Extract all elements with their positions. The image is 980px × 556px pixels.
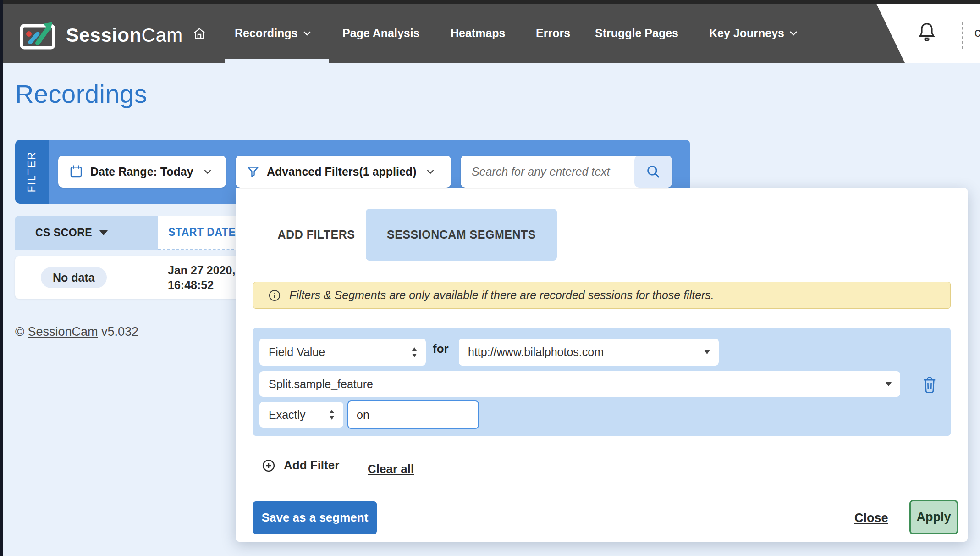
window-left-edge: [0, 0, 3, 556]
select-spinner-icon: [329, 409, 335, 421]
circle-plus-icon: [262, 459, 275, 473]
info-icon: [268, 289, 281, 302]
nav-item-label: Heatmaps: [451, 27, 506, 40]
field-name-select[interactable]: Split.sample_feature: [259, 371, 900, 397]
apply-button[interactable]: Apply: [909, 500, 958, 534]
chevron-down-icon: [789, 30, 798, 37]
filter-value-input[interactable]: [347, 400, 479, 429]
advanced-filters-button[interactable]: Advanced Filters(1 applied): [236, 156, 451, 188]
tab-sessioncam-segments[interactable]: SESSIONCAM SEGMENTS: [366, 209, 557, 261]
delete-filter-button[interactable]: [920, 376, 939, 394]
operator-value: Exactly: [269, 408, 306, 422]
nav-item-errors[interactable]: Errors: [536, 4, 570, 63]
sessioncam-logo-icon: [20, 20, 60, 50]
footer-version: v5.032: [101, 325, 138, 339]
column-header-cs-score[interactable]: CS SCORE: [15, 216, 158, 250]
search-icon: [645, 164, 661, 179]
search-box: [461, 156, 672, 188]
nav-home[interactable]: [193, 4, 206, 63]
date-range-button[interactable]: Date Range: Today: [58, 156, 226, 188]
field-name-value: Split.sample_feature: [269, 378, 373, 391]
date-range-label: Date Range: Today: [90, 165, 193, 178]
page-title: Recordings: [15, 79, 147, 109]
filter-tab-label: FILTER: [26, 151, 38, 193]
nav-right-cutout: c: [871, 0, 980, 63]
partial-account-text: c: [974, 26, 980, 40]
active-nav-indicator: [225, 59, 329, 63]
dropdown-arrow-icon: [704, 350, 710, 355]
add-filter-button[interactable]: Add Filter: [262, 458, 339, 473]
notice-text: Filters & Segments are only available if…: [289, 289, 714, 302]
clear-all-link[interactable]: Clear all: [368, 462, 414, 476]
field-type-select[interactable]: Field Value: [259, 339, 426, 366]
nav-item-page-analysis[interactable]: Page Analysis: [342, 4, 420, 63]
nav-item-label: Key Journeys: [709, 27, 784, 40]
footer: © SessionCam v5.032: [15, 325, 138, 339]
cs-score-header-label: CS SCORE: [35, 227, 92, 239]
funnel-icon: [247, 165, 259, 178]
advanced-filters-label: Advanced Filters(1 applied): [267, 165, 416, 178]
copyright-symbol: ©: [15, 325, 24, 339]
nav-item-label: Struggle Pages: [595, 27, 678, 40]
start-date-header-label: START DATE: [168, 226, 236, 239]
start-date-line2: 16:48:52: [168, 278, 235, 292]
nav-item-recordings[interactable]: Recordings: [235, 4, 312, 63]
operator-select[interactable]: Exactly: [259, 402, 343, 428]
select-spinner-icon: [411, 346, 418, 358]
dropdown-arrow-icon: [885, 382, 892, 387]
tab-segments-label: SESSIONCAM SEGMENTS: [387, 228, 536, 241]
for-label: for: [433, 342, 449, 356]
nav-item-key-journeys[interactable]: Key Journeys: [709, 4, 798, 63]
add-filter-label: Add Filter: [284, 458, 339, 473]
window-top-edge: [0, 0, 980, 4]
calendar-icon: [69, 164, 83, 179]
tab-add-filters[interactable]: ADD FILTERS: [266, 209, 367, 261]
notifications-button[interactable]: [917, 21, 937, 44]
start-date-line1: Jan 27 2020,: [168, 263, 235, 278]
nav-item-label: Page Analysis: [342, 27, 420, 40]
nav-item-label: Recordings: [235, 27, 298, 40]
cs-score-value: No data: [53, 271, 95, 284]
brand-name-bold: Session: [66, 24, 142, 46]
chevron-down-icon: [204, 169, 212, 175]
trash-icon: [922, 377, 937, 393]
cs-score-badge: No data: [41, 267, 107, 288]
filter-tab[interactable]: FILTER: [15, 140, 49, 204]
start-date-value: Jan 27 2020, 16:48:52: [168, 263, 235, 292]
close-link[interactable]: Close: [854, 511, 888, 525]
notice-banner: Filters & Segments are only available if…: [253, 282, 951, 309]
nav-item-struggle-pages[interactable]: Struggle Pages: [595, 4, 678, 63]
chevron-down-icon: [303, 30, 312, 37]
sort-desc-icon: [99, 230, 108, 235]
tab-add-filters-label: ADD FILTERS: [278, 228, 355, 241]
save-segment-button[interactable]: Save as a segment: [253, 501, 377, 534]
app-window: SessionCam Recordings Page Analysis Heat…: [0, 0, 980, 556]
field-type-value: Field Value: [269, 345, 325, 359]
advanced-filters-panel: ADD FILTERS SESSIONCAM SEGMENTS Filters …: [236, 188, 968, 542]
filter-condition-box: Field Value for http://www.bilalphotos.c…: [253, 328, 951, 436]
home-icon: [193, 27, 206, 40]
brand-name-light: Cam: [142, 24, 183, 46]
footer-brand-link[interactable]: SessionCam: [28, 325, 98, 339]
nav-item-heatmaps[interactable]: Heatmaps: [451, 4, 506, 63]
brand-logo[interactable]: SessionCam: [20, 20, 183, 50]
brand-name: SessionCam: [66, 24, 183, 46]
search-button[interactable]: [634, 156, 672, 188]
search-input[interactable]: [461, 156, 634, 188]
site-value: http://www.bilalphotos.com: [468, 345, 604, 359]
nav-item-label: Errors: [536, 27, 570, 40]
top-nav: SessionCam Recordings Page Analysis Heat…: [0, 0, 980, 63]
nav-divider: [962, 22, 963, 49]
site-select[interactable]: http://www.bilalphotos.com: [459, 339, 719, 366]
chevron-down-icon: [426, 169, 435, 175]
